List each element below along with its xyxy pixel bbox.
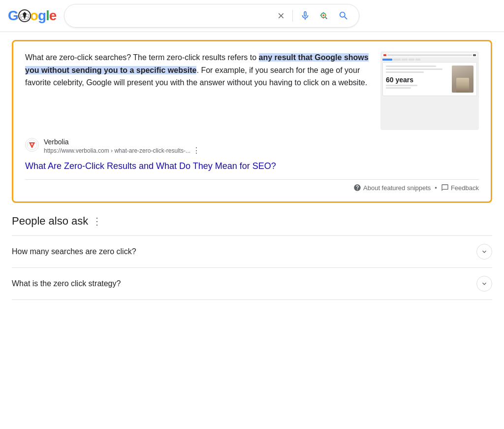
fake-browser-text: 60 years [386, 66, 449, 93]
people-also-ask-section: People also ask ⋮ How many searches are … [12, 215, 492, 300]
verbolia-logo-icon [27, 139, 37, 150]
logo-letter-o2: o [30, 8, 38, 24]
fake-age-text: 60 years [386, 76, 449, 84]
fake-browser-content: 60 years [382, 62, 477, 96]
main-content: What are zero-click searches? The term z… [0, 32, 504, 308]
source-info: Verbolia https://www.verbolia.com › what… [44, 138, 479, 155]
logo-letter-e: e [49, 8, 57, 24]
source-menu-icon[interactable]: ⋮ [192, 146, 200, 155]
snippet-footer: About featured snippets • Feedback [25, 179, 479, 192]
lens-icon [318, 10, 329, 21]
mic-icon [300, 10, 311, 21]
search-icons [276, 8, 351, 23]
question-circle-icon [353, 184, 361, 192]
snippet-body: What are zero-click searches? The term z… [25, 51, 479, 130]
fake-browser-tabs [382, 59, 477, 61]
paa-menu-icon[interactable]: ⋮ [92, 215, 102, 227]
search-bar: what is zero click search [64, 4, 359, 28]
svg-point-8 [323, 14, 325, 16]
about-snippets-label: About featured snippets [363, 184, 431, 192]
svg-point-9 [27, 140, 37, 150]
fake-browser-screenshot: 60 years [380, 51, 479, 130]
logo-letter-G: G [8, 8, 18, 24]
paa-chevron-1 [476, 244, 492, 260]
snippet-source: Verbolia https://www.verbolia.com › what… [25, 138, 479, 155]
close-icon [277, 11, 285, 20]
source-name: Verbolia [44, 138, 479, 146]
about-snippets-button[interactable]: About featured snippets [353, 184, 431, 192]
google-logo[interactable]: G o g l e [8, 8, 56, 24]
snippet-link[interactable]: What Are Zero-Click Results and What Do … [25, 161, 479, 171]
logo-soccer-ball-icon [18, 9, 30, 23]
feedback-button[interactable]: Feedback [441, 184, 479, 192]
featured-snippet: What are zero-click searches? The term z… [12, 40, 492, 203]
paa-item-1[interactable]: How many searches are zero click? [12, 235, 492, 267]
paa-question-1: How many searches are zero click? [12, 247, 136, 256]
search-submit-button[interactable] [336, 8, 351, 23]
footer-dot: • [435, 184, 437, 192]
clear-button[interactable] [276, 10, 286, 21]
search-icon [338, 10, 349, 21]
paa-question-2: What is the zero click strategy? [12, 279, 121, 288]
paa-title: People also ask [12, 215, 88, 228]
feedback-icon [441, 184, 449, 192]
paa-chevron-2 [476, 276, 492, 292]
feedback-label: Feedback [451, 184, 479, 192]
source-url: https://www.verbolia.com › what-are-zero… [44, 146, 479, 155]
paa-header: People also ask ⋮ [12, 215, 492, 228]
snippet-image: 60 years [380, 51, 479, 130]
fake-browser-address-bar [382, 53, 477, 57]
header: G o g l e what is zero click search [0, 0, 504, 32]
fake-person-thumbnail [452, 66, 473, 93]
lens-search-button[interactable] [317, 9, 330, 22]
voice-search-button[interactable] [299, 9, 312, 22]
logo-letter-g: g [38, 8, 46, 24]
snippet-text-before: What are zero-click searches? The term z… [25, 53, 259, 62]
source-url-text: https://www.verbolia.com › what-are-zero… [44, 147, 190, 154]
search-divider [292, 10, 293, 22]
source-logo [25, 138, 39, 152]
paa-item-2[interactable]: What is the zero click strategy? [12, 267, 492, 300]
logo-letter-l: l [46, 8, 49, 24]
snippet-text: What are zero-click searches? The term z… [25, 51, 371, 130]
search-input[interactable]: what is zero click search [72, 11, 272, 20]
